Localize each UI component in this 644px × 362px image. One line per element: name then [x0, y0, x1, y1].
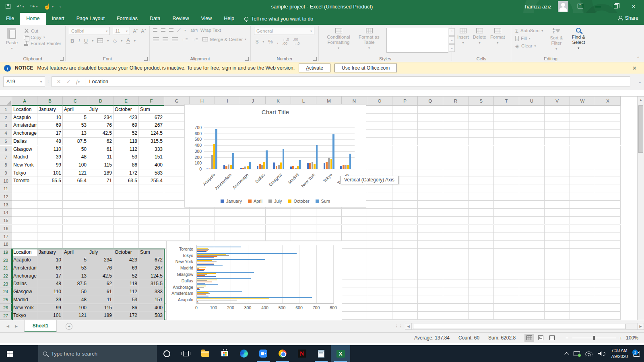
- legend-item[interactable]: Sum: [316, 199, 330, 204]
- cell-A6[interactable]: Glasgow: [12, 146, 37, 154]
- edge-button[interactable]: [234, 345, 254, 362]
- cell-X17[interactable]: [595, 232, 621, 241]
- cell-B22[interactable]: 17: [37, 272, 63, 280]
- cell-X20[interactable]: [595, 256, 621, 264]
- cell-E18[interactable]: [114, 241, 139, 249]
- cell-O21[interactable]: [367, 264, 392, 272]
- tab-data[interactable]: Data: [144, 13, 166, 25]
- cell-F3[interactable]: 267: [139, 121, 164, 130]
- cell-P11[interactable]: [392, 185, 418, 193]
- cell-S26[interactable]: [469, 304, 494, 312]
- col-header-S[interactable]: S: [469, 97, 494, 106]
- cell-Q16[interactable]: [418, 225, 443, 233]
- cell-X25[interactable]: [595, 296, 621, 304]
- cell-D9[interactable]: 189: [88, 169, 114, 177]
- cell-B11[interactable]: [37, 185, 63, 193]
- cell-O11[interactable]: [367, 185, 392, 193]
- cell-E11[interactable]: [114, 185, 139, 193]
- cell-R24[interactable]: [443, 288, 469, 296]
- cell-N27[interactable]: [342, 312, 367, 320]
- row-header-5[interactable]: 5: [0, 138, 12, 146]
- row-header-23[interactable]: 23: [0, 280, 12, 288]
- cell-O26[interactable]: [367, 304, 392, 312]
- cell-X26[interactable]: [595, 304, 621, 312]
- copy-button[interactable]: Copy ▾: [23, 34, 62, 40]
- cell-W27[interactable]: [570, 312, 595, 320]
- cell-T14[interactable]: [494, 209, 519, 217]
- increase-decimal-icon[interactable]: ←.0.00: [282, 37, 289, 45]
- cell-T16[interactable]: [494, 225, 519, 233]
- cell-N14[interactable]: [342, 209, 367, 217]
- undo-icon[interactable]: ↶▾: [17, 3, 24, 10]
- cell-F21[interactable]: 267: [139, 264, 164, 272]
- cell-B23[interactable]: 48: [37, 280, 63, 288]
- select-all-corner[interactable]: [0, 97, 12, 106]
- cell-R8[interactable]: [443, 161, 469, 169]
- row-header-6[interactable]: 6: [0, 146, 12, 154]
- cell-T13[interactable]: [494, 201, 519, 209]
- cell-K16[interactable]: [266, 225, 291, 233]
- italic-button[interactable]: I: [78, 37, 80, 44]
- cell-C4[interactable]: 13: [63, 130, 88, 138]
- insert-function-icon[interactable]: fx: [76, 78, 80, 85]
- cell-V11[interactable]: [545, 185, 570, 193]
- cell-N22[interactable]: [342, 272, 367, 280]
- tab-formulas[interactable]: Formulas: [111, 13, 144, 25]
- cell-U3[interactable]: [519, 121, 545, 130]
- cell-N25[interactable]: [342, 296, 367, 304]
- cell-E23[interactable]: 118: [114, 280, 139, 288]
- cell-R22[interactable]: [443, 272, 469, 280]
- cell-W2[interactable]: [570, 114, 595, 122]
- cell-E8[interactable]: 86: [114, 161, 139, 169]
- cell-O6[interactable]: [367, 146, 392, 154]
- cell-F23[interactable]: 315.5: [139, 280, 164, 288]
- cell-B24[interactable]: 110: [37, 288, 63, 296]
- cell-F11[interactable]: [139, 185, 164, 193]
- cell-Q24[interactable]: [418, 288, 443, 296]
- zoom-out-icon[interactable]: −: [566, 335, 569, 341]
- cell-C7[interactable]: 48: [63, 153, 88, 161]
- align-middle-icon[interactable]: [161, 28, 165, 32]
- expand-formula-bar-icon[interactable]: ⌄: [636, 80, 644, 84]
- cell-E1[interactable]: October: [114, 106, 139, 114]
- cell-U23[interactable]: [519, 280, 545, 288]
- cell-E19[interactable]: October: [114, 249, 139, 257]
- cell-T18[interactable]: [494, 241, 519, 249]
- cell-F27[interactable]: 583: [139, 312, 164, 320]
- cell-M14[interactable]: [316, 209, 342, 217]
- cell-U17[interactable]: [519, 232, 545, 241]
- cell-T3[interactable]: [494, 121, 519, 130]
- cell-L16[interactable]: [291, 225, 316, 233]
- cell-E3[interactable]: 69: [114, 121, 139, 130]
- row-header-15[interactable]: 15: [0, 217, 12, 225]
- cell-V18[interactable]: [545, 241, 570, 249]
- cell-A4[interactable]: Anchorage: [12, 130, 37, 138]
- cell-Q27[interactable]: [418, 312, 443, 320]
- cell-T15[interactable]: [494, 217, 519, 225]
- cell-C21[interactable]: 53: [63, 264, 88, 272]
- cell-T20[interactable]: [494, 256, 519, 264]
- cell-F14[interactable]: [139, 209, 164, 217]
- cell-W26[interactable]: [570, 304, 595, 312]
- cell-R16[interactable]: [443, 225, 469, 233]
- cell-C11[interactable]: [63, 185, 88, 193]
- cell-X16[interactable]: [595, 225, 621, 233]
- cell-P16[interactable]: [392, 225, 418, 233]
- cell-X8[interactable]: [595, 161, 621, 169]
- cell-P14[interactable]: [392, 209, 418, 217]
- cell-U20[interactable]: [519, 256, 545, 264]
- cell-F7[interactable]: 151: [139, 153, 164, 161]
- legend-item[interactable]: July: [268, 199, 282, 204]
- activate-button[interactable]: Activate: [299, 64, 330, 72]
- cell-A27[interactable]: Tokyo: [12, 312, 37, 320]
- cell-Q14[interactable]: [418, 209, 443, 217]
- cell-T5[interactable]: [494, 138, 519, 146]
- cell-R17[interactable]: [443, 232, 469, 241]
- cell-O17[interactable]: [367, 232, 392, 241]
- grow-font-icon[interactable]: Aˆ: [133, 28, 138, 34]
- cell-O19[interactable]: [367, 249, 392, 257]
- cell-E13[interactable]: [114, 201, 139, 209]
- cell-W24[interactable]: [570, 288, 595, 296]
- cell-W8[interactable]: [570, 161, 595, 169]
- tab-help[interactable]: Help: [218, 13, 240, 25]
